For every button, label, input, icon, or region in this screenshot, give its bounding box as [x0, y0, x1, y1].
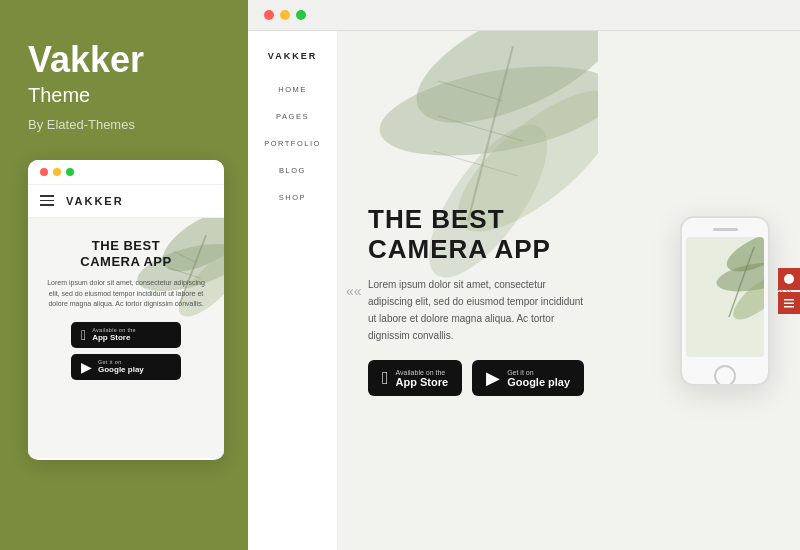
browser-traffic-yellow: [280, 10, 290, 20]
hero-appstore-top: Available on the: [396, 369, 449, 376]
nav-item-portfolio[interactable]: PORTFOLIO: [264, 139, 321, 148]
hamburger-icon[interactable]: [40, 195, 54, 206]
traffic-light-yellow: [53, 168, 61, 176]
floating-icons-bar: [778, 268, 800, 314]
hero-googleplay-button[interactable]: ▶ Get it on Google play: [472, 360, 584, 396]
svg-rect-21: [784, 306, 794, 308]
floating-icon-2[interactable]: [778, 292, 800, 314]
googleplay-button-mobile[interactable]: ▶ Get it on Google play: [71, 354, 181, 380]
phone-screen: [686, 237, 764, 357]
phone-screen-leaf: [704, 237, 764, 322]
list-icon: [783, 297, 795, 309]
hero-googleplay-bottom: Google play: [507, 376, 570, 388]
svg-rect-19: [784, 299, 794, 301]
browser-sidebar: VAKKER HOME PAGES PORTFOLIO BLOG SHOP: [248, 31, 338, 550]
appstore-bottom-label: App Store: [92, 333, 136, 342]
browser-sidebar-brand: VAKKER: [268, 51, 317, 61]
mobile-body-text: Lorem ipsum dolor sit amet, consectetur …: [42, 278, 210, 310]
mobile-nav: VAKKER: [28, 185, 224, 218]
right-panel: VAKKER HOME PAGES PORTFOLIO BLOG SHOP ««: [248, 0, 800, 550]
theme-subtitle: Theme: [28, 84, 90, 107]
nav-item-pages[interactable]: PAGES: [276, 112, 309, 121]
mobile-headline: THE BEST CAMERA APP: [42, 238, 210, 271]
theme-author: By Elated-Themes: [28, 117, 135, 132]
browser-traffic-green: [296, 10, 306, 20]
browser-main-area: «« »» THE BEST CAMERA APP Lorem ipsum do…: [338, 31, 800, 550]
hero-google-play-icon: ▶: [486, 367, 500, 389]
hero-body-text: Lorem ipsum dolor sit amet, consectetur …: [368, 276, 588, 344]
apple-icon: : [81, 327, 86, 343]
hero-headline: THE BEST CAMERA APP: [368, 205, 660, 265]
phone-speaker: [713, 228, 738, 231]
hero-store-buttons:  Available on the App Store ▶ Get it on…: [368, 360, 660, 396]
phone-mockup: [680, 216, 770, 386]
mobile-preview-card: VAKKER THE BEST CAMERA APP Lorem ipsum d…: [28, 160, 224, 460]
circle-icon: [783, 273, 795, 285]
theme-title: Vakker: [28, 40, 144, 80]
mobile-store-buttons:  Available on the App Store ▶ Get it on…: [42, 322, 210, 392]
google-play-icon: ▶: [81, 359, 92, 375]
mobile-brand: VAKKER: [66, 195, 124, 207]
phone-home-button: [714, 365, 736, 386]
left-panel: Vakker Theme By Elated-Themes VAKKER: [0, 0, 248, 550]
mobile-top-bar: [28, 160, 224, 185]
googleplay-bottom-label: Google play: [98, 365, 144, 374]
mobile-text-area: THE BEST CAMERA APP Lorem ipsum dolor si…: [28, 218, 224, 402]
traffic-light-green: [66, 168, 74, 176]
browser-traffic-red: [264, 10, 274, 20]
hero-inner: THE BEST CAMERA APP Lorem ipsum dolor si…: [338, 31, 800, 550]
hero-appstore-bottom: App Store: [396, 376, 449, 388]
browser-content: VAKKER HOME PAGES PORTFOLIO BLOG SHOP ««: [248, 31, 800, 550]
mobile-content-area: THE BEST CAMERA APP Lorem ipsum dolor si…: [28, 218, 224, 458]
hero-googleplay-top: Get it on: [507, 369, 570, 376]
floating-icon-1[interactable]: [778, 268, 800, 290]
svg-rect-20: [784, 302, 794, 304]
hero-appstore-button[interactable]:  Available on the App Store: [368, 360, 462, 396]
svg-point-18: [784, 274, 794, 284]
nav-item-shop[interactable]: SHOP: [279, 193, 306, 202]
hero-apple-icon: : [382, 368, 389, 389]
hero-text-block: THE BEST CAMERA APP Lorem ipsum dolor si…: [368, 185, 660, 397]
nav-item-blog[interactable]: BLOG: [279, 166, 306, 175]
appstore-button-mobile[interactable]:  Available on the App Store: [71, 322, 181, 348]
browser-chrome-bar: [248, 0, 800, 31]
traffic-light-red: [40, 168, 48, 176]
hero-prev-arrow[interactable]: ««: [346, 283, 362, 299]
nav-item-home[interactable]: HOME: [278, 85, 307, 94]
